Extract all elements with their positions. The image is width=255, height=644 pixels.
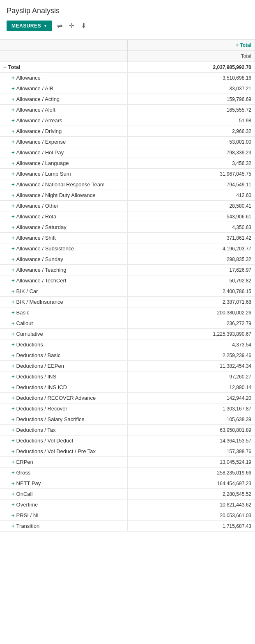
expand-icon[interactable]: + bbox=[11, 181, 15, 188]
table-row[interactable]: +Allowance / National Response Team794,5… bbox=[0, 179, 255, 190]
table-row[interactable]: +Allowance / Lump Sum31,967,045.75 bbox=[0, 169, 255, 179]
expand-icon[interactable]: + bbox=[11, 299, 15, 305]
table-row[interactable]: +Allowance / Subsistence4,196,203.77 bbox=[0, 243, 255, 254]
table-row[interactable]: +OnCall2,280,545.52 bbox=[0, 489, 255, 500]
expand-icon[interactable]: + bbox=[11, 309, 15, 316]
expand-icon[interactable]: + bbox=[11, 395, 15, 401]
row-label-cell: +Allowance / Night Duty Allowance bbox=[0, 190, 127, 201]
table-row[interactable]: +Allowance / Hol Pay798,339.23 bbox=[0, 147, 255, 158]
expand-icon[interactable]: + bbox=[11, 480, 15, 486]
filter-icon[interactable]: ⇌ bbox=[55, 20, 64, 31]
expand-icon[interactable]: + bbox=[11, 213, 15, 220]
expand-icon[interactable]: + bbox=[11, 203, 15, 209]
table-row[interactable]: +NETT Pay164,454,697.23 bbox=[0, 478, 255, 489]
table-row[interactable]: +Allowance / Driving2,966.32 bbox=[0, 126, 255, 137]
row-label-cell: +Allowance / Driving bbox=[0, 126, 127, 137]
expand-icon[interactable]: + bbox=[11, 512, 15, 518]
expand-icon[interactable]: + bbox=[11, 406, 15, 412]
expand-icon[interactable]: + bbox=[11, 438, 15, 444]
table-row[interactable]: +Allowance / AIB33,037.21 bbox=[0, 83, 255, 94]
expand-icon[interactable]: + bbox=[11, 96, 15, 102]
row-label-text: Deductions / Salary Sacrifice bbox=[16, 416, 85, 422]
table-row[interactable]: +Allowance / Rota543,906.61 bbox=[0, 211, 255, 222]
table-row[interactable]: +Deductions / RECOVER Advance142,944.20 bbox=[0, 393, 255, 403]
table-row[interactable]: +Deductions / Salary Sacrifice105,638.39 bbox=[0, 414, 255, 425]
expand-icon[interactable]: + bbox=[11, 427, 15, 433]
expand-icon[interactable]: + bbox=[11, 352, 15, 358]
expand-icon[interactable]: + bbox=[11, 75, 15, 81]
collapse-icon[interactable]: − bbox=[3, 64, 7, 70]
expand-icon[interactable]: + bbox=[11, 171, 15, 177]
table-row[interactable]: +Deductions / Vol Deduct / Pre Tax157,39… bbox=[0, 446, 255, 457]
expand-icon[interactable]: + bbox=[11, 107, 15, 113]
table-row[interactable]: +Allowance / Night Duty Allowance412.60 bbox=[0, 190, 255, 201]
row-label-cell: +Allowance / Other bbox=[0, 201, 127, 211]
expand-icon[interactable]: + bbox=[11, 245, 15, 252]
expand-icon[interactable]: + bbox=[11, 341, 15, 348]
expand-icon[interactable]: + bbox=[11, 149, 15, 156]
table-row[interactable]: +BIK / MedInsurance2,387,071.68 bbox=[0, 297, 255, 307]
row-label-text: Deductions / Recover bbox=[16, 406, 67, 412]
expand-icon[interactable]: + bbox=[11, 416, 15, 422]
table-row[interactable]: +Deductions / Tax63,950,801.89 bbox=[0, 425, 255, 435]
expand-icon[interactable]: + bbox=[11, 331, 15, 337]
expand-icon[interactable]: + bbox=[11, 374, 15, 380]
table-row[interactable]: +Cumulative1,225,393,890.67 bbox=[0, 329, 255, 339]
expand-icon[interactable]: + bbox=[11, 448, 15, 454]
table-row[interactable]: +Allowance / Arrears51.98 bbox=[0, 115, 255, 126]
table-row[interactable]: +Deductions / INS97,260.27 bbox=[0, 371, 255, 382]
row-value-cell: 2,037,985,992.70 bbox=[127, 62, 255, 73]
table-row[interactable]: +Deductions / Basic2,259,239.46 bbox=[0, 350, 255, 361]
table-row[interactable]: +Allowance / Language3,456.32 bbox=[0, 158, 255, 169]
table-row[interactable]: +Deductions / Recover1,303,167.87 bbox=[0, 403, 255, 414]
table-row[interactable]: +ERPen13,045,524.19 bbox=[0, 457, 255, 468]
expand-icon[interactable]: + bbox=[11, 288, 15, 294]
table-row[interactable]: +Allowance / Aloft165,555.72 bbox=[0, 105, 255, 115]
expand-icon[interactable]: + bbox=[11, 363, 15, 369]
table-row[interactable]: +BIK / Car2,400,786.15 bbox=[0, 286, 255, 297]
add-icon[interactable]: ✛ bbox=[67, 20, 76, 31]
table-row[interactable]: +Allowance / Sunday298,835.32 bbox=[0, 254, 255, 265]
row-label-cell: −Total bbox=[0, 62, 127, 73]
expand-icon[interactable]: + bbox=[11, 117, 15, 124]
expand-icon[interactable]: + bbox=[11, 192, 15, 198]
expand-icon[interactable]: + bbox=[11, 320, 15, 326]
table-row[interactable]: +Allowance / Expense53,001.00 bbox=[0, 137, 255, 147]
download-icon[interactable]: ⬇ bbox=[79, 20, 88, 31]
expand-icon[interactable]: + bbox=[11, 160, 15, 166]
table-row[interactable]: +Deductions / EEPen11,382,454.34 bbox=[0, 361, 255, 371]
expand-icon[interactable]: + bbox=[11, 459, 15, 465]
expand-icon[interactable]: + bbox=[11, 277, 15, 284]
table-row[interactable]: +Overtime10,621,443.62 bbox=[0, 500, 255, 510]
expand-icon[interactable]: + bbox=[11, 256, 15, 262]
table-row[interactable]: +Deductions / Vol Deduct14,364,153.57 bbox=[0, 435, 255, 446]
table-row[interactable]: +Callout236,272.79 bbox=[0, 318, 255, 329]
table-row[interactable]: +Gross258,235,019.66 bbox=[0, 468, 255, 478]
expand-icon[interactable]: + bbox=[11, 267, 15, 273]
table-row[interactable]: +Allowance / Other28,580.41 bbox=[0, 201, 255, 211]
table-row[interactable]: +Allowance3,510,698.16 bbox=[0, 73, 255, 83]
expand-icon[interactable]: + bbox=[11, 85, 15, 92]
table-row[interactable]: +Allowance / TechCert50,792.82 bbox=[0, 275, 255, 286]
table-row[interactable]: +PRSI / NI20,053,661.03 bbox=[0, 510, 255, 521]
expand-icon[interactable]: + bbox=[11, 491, 15, 497]
row-label-text: Deductions / Vol Deduct bbox=[16, 438, 74, 444]
expand-icon[interactable]: + bbox=[11, 502, 15, 508]
measures-button[interactable]: MEASURES ▼ bbox=[7, 21, 52, 31]
table-row[interactable]: +Deductions4,373.54 bbox=[0, 339, 255, 350]
table-row[interactable]: +Basic200,380,002.26 bbox=[0, 307, 255, 318]
table-row[interactable]: +Transition1,715,687.43 bbox=[0, 521, 255, 532]
expand-icon[interactable]: + bbox=[11, 139, 15, 145]
expand-icon[interactable]: + bbox=[11, 128, 15, 134]
expand-icon[interactable]: + bbox=[11, 523, 15, 529]
expand-icon[interactable]: + bbox=[11, 235, 15, 241]
table-row[interactable]: +Allowance / Shift371,861.42 bbox=[0, 233, 255, 243]
expand-icon[interactable]: + bbox=[11, 384, 15, 390]
table-row[interactable]: +Allowance / Acting159,796.69 bbox=[0, 94, 255, 105]
table-row[interactable]: −Total2,037,985,992.70 bbox=[0, 62, 255, 73]
table-row[interactable]: +Allowance / Teaching17,626.97 bbox=[0, 265, 255, 275]
table-row[interactable]: +Allowance / Saturday4,350.63 bbox=[0, 222, 255, 233]
expand-icon[interactable]: + bbox=[11, 470, 15, 476]
table-row[interactable]: +Deductions / INS ICD12,890.14 bbox=[0, 382, 255, 393]
expand-icon[interactable]: + bbox=[11, 224, 15, 230]
